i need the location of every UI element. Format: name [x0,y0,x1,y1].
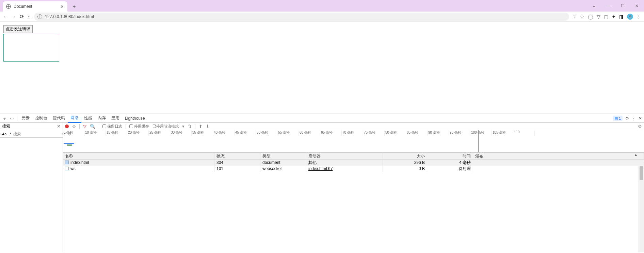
globe-icon [6,4,11,9]
dropdown-icon[interactable]: ⌄ [587,0,601,12]
file-icon [65,161,69,164]
browser-tab[interactable]: Document ✕ [3,1,67,12]
close-window-icon[interactable]: ✕ [630,0,644,12]
table-row[interactable]: ws101websocketindex.html:670 B待处理 [63,166,644,172]
col-waterfall[interactable]: 瀑布▲ [473,153,644,159]
timeline-tick: 5 毫秒 [63,130,84,136]
tab-title: Document [14,4,32,9]
maximize-icon[interactable]: ☐ [615,0,630,12]
forward-icon[interactable]: → [11,14,16,19]
close-search-icon[interactable]: ✕ [57,124,61,129]
browser-titlebar: Document ✕ + ⌄ — ☐ ✕ [0,0,644,12]
file-icon [65,167,69,170]
timeline-tick: 35 毫秒 [192,130,213,136]
timeline-tick: 30 毫秒 [170,130,192,136]
new-tab-button[interactable]: + [69,2,79,12]
devtools-tab-网络[interactable]: 网络 [68,114,81,123]
share-icon[interactable]: ⇪ [573,14,577,19]
col-type[interactable]: 类型 [260,153,306,159]
network-panel: ⊘ ▽ 🔍 保留日志 停用缓存 已停用节流模式 ▾ ⇅ ⬆ ⬇ ⚙ 5 毫秒10… [63,123,644,252]
match-case-toggle[interactable]: Aa [2,132,6,136]
timeline-tick: 15 毫秒 [106,130,127,136]
settings-icon[interactable]: ⚙ [625,116,629,121]
filter-v-icon[interactable]: ▽ [597,14,600,19]
timeline-bar [67,145,72,146]
minimize-icon[interactable]: — [601,0,615,12]
devtools-tabbar: ⟐ ▭ 元素控制台源代码网络性能内存应用Lighthouse ▤ 1 ⚙ ⋮ ✕ [0,114,644,123]
devtools-tab-Lighthouse[interactable]: Lighthouse [122,114,148,123]
send-request-button[interactable]: 点击发送请求 [3,25,33,33]
timeline-tick: 80 毫秒 [385,130,406,136]
disable-cache-checkbox[interactable]: 停用缓存 [129,124,149,129]
preserve-log-checkbox[interactable]: 保留日志 [102,124,122,129]
timeline-tick: 40 毫秒 [213,130,235,136]
chevron-down-icon[interactable]: ▾ [182,124,184,129]
info-icon[interactable]: i [37,14,42,19]
extensions-icon[interactable]: ✦ [612,14,616,19]
col-size[interactable]: 大小 [383,153,427,159]
table-header: 名称 状态 类型 启动器 大小 时间 瀑布▲ [63,153,644,159]
timeline-tick: 95 毫秒 [449,130,470,136]
download-icon[interactable]: ⬇ [206,124,210,129]
throttling-label[interactable]: 已停用节流模式 [152,124,179,129]
scrollbar[interactable] [639,166,644,252]
network-table: 名称 状态 类型 启动器 大小 时间 瀑布▲ index.html304docu… [63,153,644,252]
timeline-tick: 110 [513,130,535,136]
network-settings-icon[interactable]: ⚙ [638,124,642,129]
more-icon[interactable]: ⋮ [632,116,636,121]
timeline-tick: 65 毫秒 [320,130,342,136]
timeline-marker [478,130,479,152]
back-icon[interactable]: ← [3,14,8,19]
upload-icon[interactable]: ⬆ [199,124,203,129]
devtools-tab-内存[interactable]: 内存 [95,114,109,123]
search-input-row: Aa .* ⟳ ⊘ [0,130,63,138]
devtools-tab-元素[interactable]: 元素 [19,114,32,123]
col-name[interactable]: 名称 [63,153,214,159]
timeline-tick: 75 毫秒 [363,130,385,136]
issues-badge[interactable]: ▤ 1 [613,116,623,121]
close-tab-icon[interactable]: ✕ [60,4,64,9]
timeline-tick: 10 毫秒 [84,130,106,136]
toolbar-right: ⇪ ☆ ◯ ▽ ▢ ✦ ◨ S ⋮ [573,14,641,20]
url-text: 127.0.0.1:8080/index.html [45,14,94,19]
timeline-tick: 60 毫秒 [299,130,320,136]
square-icon[interactable]: ▢ [604,14,608,19]
regex-toggle[interactable]: .* [9,132,11,136]
inspect-icon[interactable]: ⟐ [1,116,8,121]
scrollbar-thumb[interactable] [640,166,643,180]
timeline-tick: 70 毫秒 [342,130,363,136]
timeline-tick: 105 毫秒 [492,130,513,136]
close-devtools-icon[interactable]: ✕ [639,116,642,121]
avatar[interactable]: S [627,14,633,20]
browser-addressbar: ← → ⟳ ⌂ i 127.0.0.1:8080/index.html ⇪ ☆ … [0,12,644,22]
circle-icon[interactable]: ◯ [588,14,593,19]
devtools-tab-性能[interactable]: 性能 [81,114,95,123]
search-icon[interactable]: 🔍 [90,124,95,129]
timeline-tick: 100 毫秒 [470,130,492,136]
search-input[interactable] [13,132,60,136]
panel-icon[interactable]: ◨ [619,14,624,19]
col-time[interactable]: 时间 [427,153,473,159]
menu-icon[interactable]: ⋮ [637,14,641,19]
bookmark-icon[interactable]: ☆ [580,14,584,19]
search-title: 搜索 [2,123,10,129]
timeline-tick: 45 毫秒 [235,130,256,136]
col-status[interactable]: 状态 [214,153,260,159]
network-timeline[interactable]: 5 毫秒10 毫秒15 毫秒20 毫秒25 毫秒30 毫秒35 毫秒40 毫秒4… [63,130,644,153]
devtools-tab-源代码[interactable]: 源代码 [50,114,68,123]
omnibox[interactable]: i 127.0.0.1:8080/index.html [34,13,569,21]
initiator-link[interactable]: index.html:67 [308,166,333,171]
reload-icon[interactable]: ⟳ [20,14,24,20]
table-row[interactable]: index.html304document其他296 B4 毫秒 [63,159,644,166]
filter-icon[interactable]: ▽ [83,124,86,129]
devtools-tab-应用[interactable]: 应用 [109,114,122,123]
wifi-icon[interactable]: ⇅ [188,124,192,129]
divider [17,116,17,121]
clear-icon[interactable]: ⊘ [72,124,76,129]
timeline-tick: 20 毫秒 [127,130,149,136]
devtools-tab-控制台[interactable]: 控制台 [32,114,50,123]
col-initiator[interactable]: 启动器 [306,153,383,159]
device-icon[interactable]: ▭ [8,116,16,121]
home-icon[interactable]: ⌂ [28,14,31,19]
record-icon[interactable] [65,124,69,128]
